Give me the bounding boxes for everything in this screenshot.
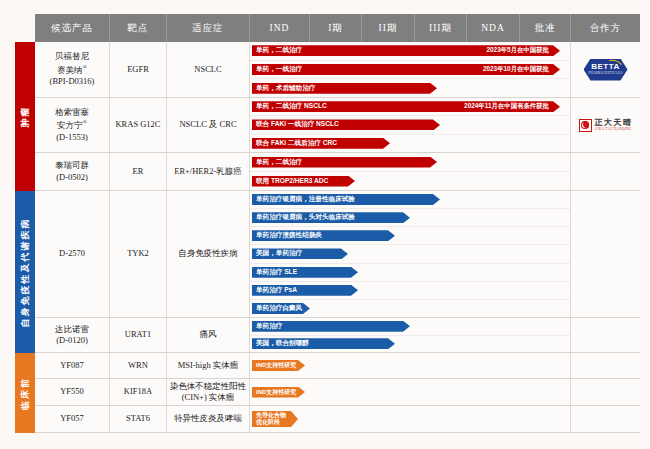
phase-arrow-label: 单药治疗银屑病，注册性临床试验 (252, 195, 355, 204)
phase-arrow-label: 单药，二线治疗 NSCLC (252, 102, 327, 111)
phase-arrow: 单药治疗银屑病，注册性临床试验 (252, 194, 440, 205)
phase-arrow-label: 先导化合物优化阶段 (252, 412, 286, 426)
indication-cell: MSI-high 实体瘤 (167, 353, 250, 378)
indication-line: NSCLC (194, 64, 221, 75)
indication-line: NSCLC 及 CRC (179, 119, 236, 130)
cttq-logo-subtext: CHIA TAI TIANQING (595, 127, 632, 131)
phase-arrow-label: 单药治疗 SLE (252, 268, 297, 277)
product-name-line: (D-0120) (56, 335, 88, 346)
indication-line: 染色体不稳定性阳性 (170, 381, 247, 392)
table-body: 贝福替尼赛美纳®(BPI-D0316)EGFRNSCLC单药，二线治疗2023年… (35, 42, 640, 433)
phase-slot: 单药，二线治疗 NSCLC2024年11月在中国有条件获批 (250, 98, 570, 116)
table-row-3: 泰瑞司群(D-0502)ERER+/HER2-乳腺癌单药，二线治疗联用 TROP… (35, 153, 640, 191)
phase-arrow: 单药治疗银屑病，头对头临床试验 (252, 212, 410, 223)
approval-note: 2023年5月在中国获批 (486, 46, 560, 55)
phase-track: 单药治疗美国，联合别嘌醇 (250, 318, 571, 352)
table-header-row: 候选产品靶点适应症INDI期II期III期NDA批准合作方 (35, 14, 640, 42)
phase-slot: 单药治疗银屑病，注册性临床试验 (250, 191, 570, 209)
product-name-line: D-2570 (59, 248, 85, 259)
phase-slot: 单药治疗银屑病，头对头临床试验 (250, 209, 570, 227)
product-cell: D-2570 (35, 191, 110, 317)
phase-arrow: 单药治疗 (252, 321, 410, 332)
section-label-1: 肿瘤 (19, 106, 32, 128)
table-row-5: 达比诺雷(D-0120)URAT1痛风单药治疗美国，联合别嘌醇 (35, 318, 640, 353)
phase-arrow: 联合 FAKi 一线治疗 NSCLC (252, 119, 440, 130)
phase-arrow-label: 联合 FAKi 一线治疗 NSCLC (252, 120, 339, 129)
indication-line: (CIN+) 实体瘤 (182, 392, 235, 403)
phase-arrow: 单药治疗 SLE (252, 267, 358, 278)
section-bar-3: 临床前 (15, 353, 35, 433)
column-header-6: II期 (362, 14, 415, 42)
phase-arrow-label: 联用 TROP2/HER3 ADC (252, 177, 328, 186)
pipeline-chart: 肿瘤自身免疫性及代谢疾病临床前 候选产品靶点适应症INDI期II期III期NDA… (0, 0, 650, 449)
column-header-9: 批准 (520, 14, 571, 42)
table-row-8: YF057STAT6特异性皮炎及哮喘先导化合物优化阶段 (35, 406, 640, 433)
phase-arrow-label: 联合 FAKi 二线后治疗 CRC (252, 139, 337, 148)
phase-slot: 单药，二线治疗 (250, 153, 570, 172)
phase-track: 单药治疗银屑病，注册性临床试验单药治疗银屑病，头对头临床试验单药治疗溃疡性结肠炎… (250, 191, 571, 317)
column-header-8: NDA (467, 14, 520, 42)
pipeline-table: 候选产品靶点适应症INDI期II期III期NDA批准合作方 贝福替尼赛美纳®(B… (35, 14, 640, 433)
indication-cell: 痛风 (167, 318, 250, 352)
phase-arrow: 单药，二线治疗2023年5月在中国获批 (252, 45, 560, 56)
indication-line: 自身免疫性疾病 (178, 248, 238, 259)
partner-cell (571, 406, 640, 432)
partner-cell (571, 353, 640, 378)
product-name-line: 泰瑞司群 (55, 160, 89, 171)
product-name-line: (D-1553) (56, 132, 88, 143)
phase-arrow: 单药治疗溃疡性结肠炎 (252, 230, 395, 241)
phase-track: 单药，二线治疗 NSCLC2024年11月在中国有条件获批联合 FAKi 一线治… (250, 98, 571, 152)
approval-note: 2023年10月在中国获批 (483, 65, 560, 74)
target-cell: STAT6 (110, 406, 167, 432)
section-bar-2: 自身免疫性及代谢疾病 (15, 191, 35, 353)
target-cell: KIF18A (110, 379, 167, 405)
phase-arrow-label: 单药，术后辅助治疗 (252, 84, 315, 93)
phase-arrow: 单药，二线治疗 NSCLC2024年11月在中国有条件获批 (252, 101, 560, 112)
partner-cell (571, 153, 640, 190)
betta-logo: BETTAPHARMACEUTICALS (584, 59, 628, 81)
table-row-6: YF087WRNMSI-high 实体瘤IND支持性研究 (35, 353, 640, 379)
table-row-2: 格索雷塞安方宁®(D-1553)KRAS G12CNSCLC 及 CRC单药，二… (35, 98, 640, 153)
phase-slot: 单药，术后辅助治疗 (250, 79, 570, 97)
partner-cell (571, 191, 640, 317)
phase-slot: 单药，二线治疗2023年5月在中国获批 (250, 42, 570, 61)
phase-arrow: IND支持性研究 (252, 387, 305, 398)
phase-slot: 单药治疗白癜风 (250, 300, 570, 317)
phase-slot: 联用 TROP2/HER3 ADC (250, 172, 570, 190)
cttq-logo-text: 正大天晴 (595, 119, 633, 128)
partner-cell (571, 318, 640, 352)
product-name-line: (BPI-D0316) (50, 76, 95, 87)
phase-slot: 单药治疗溃疡性结肠炎 (250, 227, 570, 245)
phase-slot: 美国，联合别嘌醇 (250, 336, 570, 353)
section-label-3: 临床前 (19, 377, 32, 410)
phase-arrow-label: 美国，单药治疗 (252, 249, 302, 258)
product-name-line: YF057 (60, 413, 84, 424)
indication-line: 痛风 (200, 329, 217, 340)
phase-slot: 联合 FAKi 一线治疗 NSCLC (250, 116, 570, 134)
cttq-logo: 正大天晴CHIA TAI TIANQING (579, 119, 633, 132)
phase-arrow-label: 美国，联合别嘌醇 (252, 339, 309, 348)
target-cell: ER (110, 153, 167, 190)
phase-arrow-label: IND支持性研究 (252, 388, 296, 397)
product-name-line: YF087 (60, 360, 84, 371)
phase-slot: 美国，单药治疗 (250, 245, 570, 263)
product-name-line: 赛美纳® (57, 63, 87, 76)
approval-note: 2024年11月在中国有条件获批 (464, 102, 560, 111)
phase-arrow: 美国，单药治疗 (252, 248, 348, 259)
column-header-4: IND (250, 14, 310, 42)
phase-arrow: 单药，术后辅助治疗 (252, 83, 437, 94)
phase-arrow-label: 单药治疗 PsA (252, 286, 297, 295)
phase-arrow-label: 单药，二线治疗 (252, 158, 302, 167)
phase-arrow-label: 单药治疗银屑病，头对头临床试验 (252, 213, 355, 222)
indication-line: MSI-high 实体瘤 (178, 360, 239, 371)
indication-cell: NSCLC (167, 42, 250, 97)
partner-cell: BETTAPHARMACEUTICALS (571, 42, 640, 97)
phase-slot: 单药治疗 SLE (250, 264, 570, 282)
column-header-3: 适应症 (167, 14, 250, 42)
product-cell: YF057 (35, 406, 110, 432)
phase-arrow: 先导化合物优化阶段 (252, 411, 298, 427)
phase-arrow: 联用 TROP2/HER3 ADC (252, 176, 355, 187)
phase-arrow: 美国，联合别嘌醇 (252, 338, 395, 349)
table-row-4: D-2570TYK2自身免疫性疾病单药治疗银屑病，注册性临床试验单药治疗银屑病，… (35, 191, 640, 318)
table-row-7: YF550KIF18A染色体不稳定性阳性(CIN+) 实体瘤IND支持性研究 (35, 379, 640, 406)
